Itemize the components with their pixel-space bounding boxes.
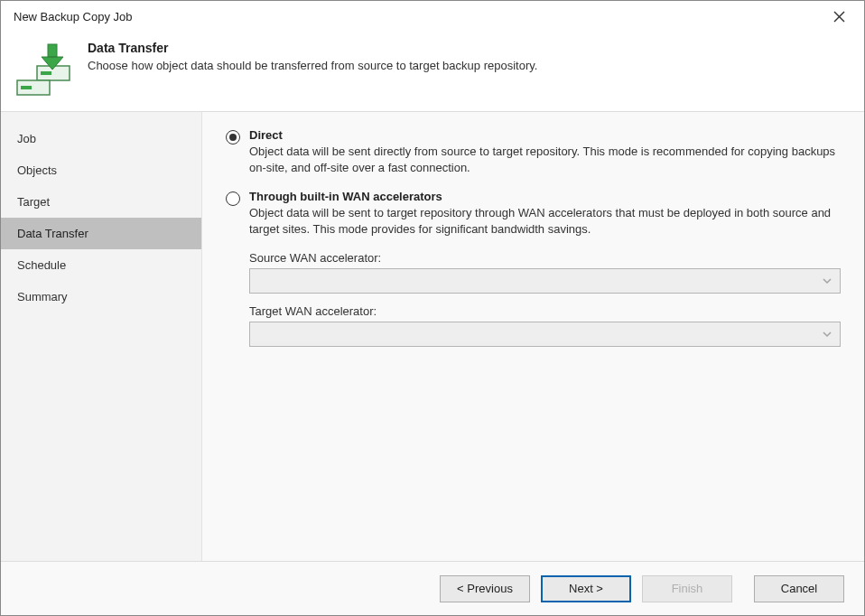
source-wan-label: Source WAN accelerator: [249,251,841,265]
header: Data Transfer Choose how object data sho… [1,32,864,111]
wizard-content: Direct Object data will be sent directly… [202,112,864,561]
option-direct-desc: Object data will be sent directly from s… [249,144,841,175]
data-transfer-icon [15,41,71,97]
wizard-sidebar: Job Objects Target Data Transfer Schedul… [1,112,202,561]
svg-rect-5 [41,71,51,75]
chevron-down-icon [822,329,832,340]
wizard-footer: < Previous Next > Finish Cancel [1,561,864,615]
sidebar-item-objects[interactable]: Objects [1,154,201,186]
option-wan-label: Through built-in WAN accelerators [249,190,841,203]
page-title: Data Transfer [88,41,537,55]
sidebar-item-summary[interactable]: Summary [1,281,201,313]
target-wan-label: Target WAN accelerator: [249,304,841,318]
previous-button[interactable]: < Previous [440,575,530,602]
finish-button: Finish [642,575,732,602]
page-subtitle: Choose how object data should be transfe… [88,59,537,72]
window-title: New Backup Copy Job [14,10,821,23]
sidebar-item-data-transfer[interactable]: Data Transfer [1,218,201,249]
source-wan-group: Source WAN accelerator: [249,251,841,294]
source-wan-select[interactable] [249,268,841,294]
radio-direct[interactable] [226,130,240,145]
chevron-down-icon [822,275,832,286]
sidebar-item-job[interactable]: Job [1,123,201,154]
header-text: Data Transfer Choose how object data sho… [88,41,537,72]
svg-rect-6 [48,44,57,57]
sidebar-item-target[interactable]: Target [1,186,201,218]
option-direct[interactable]: Direct Object data will be sent directly… [226,128,841,175]
wizard-body: Job Objects Target Data Transfer Schedul… [1,111,864,561]
cancel-button[interactable]: Cancel [754,575,844,602]
svg-rect-4 [21,86,32,89]
sidebar-item-schedule[interactable]: Schedule [1,249,201,281]
option-wan-desc: Object data will be sent to target repos… [249,205,841,237]
next-button[interactable]: Next > [541,575,631,602]
target-wan-group: Target WAN accelerator: [249,304,841,347]
titlebar: New Backup Copy Job [1,1,864,32]
target-wan-select[interactable] [249,322,841,347]
close-button[interactable] [821,4,857,29]
option-direct-label: Direct [249,128,841,142]
wizard-window: New Backup Copy Job [0,0,865,616]
radio-wan[interactable] [226,191,240,206]
option-wan[interactable]: Through built-in WAN accelerators Object… [226,190,841,237]
close-icon [833,11,845,23]
